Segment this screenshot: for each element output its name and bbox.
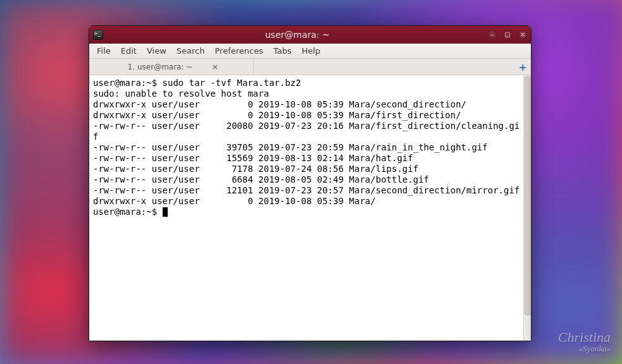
menubar: File Edit View Search Preferences Tabs H… [89, 44, 531, 59]
terminal-window: user@mara: ~ – ◻ × File Edit View Search… [89, 25, 532, 341]
maximize-button[interactable]: ◻ [503, 30, 512, 39]
scrollbar-thumb[interactable] [525, 76, 530, 315]
tab-1[interactable]: 1. user@mara: ~ × [89, 59, 254, 75]
terminal-area-wrap: user@mara:~$ sudo tar -tvf Mara.tar.bz2 … [89, 75, 531, 341]
tabbar: 1. user@mara: ~ × + [89, 59, 531, 75]
new-tab-button[interactable]: + [519, 61, 527, 73]
menu-tabs[interactable]: Tabs [268, 44, 297, 58]
output-line: sudo: unable to resolve host mara [93, 88, 269, 99]
watermark: Christina «Syanka» [558, 331, 611, 353]
output-line: drwxrwxr-x user/user 0 2019-10-08 05:39 … [93, 99, 466, 109]
window-controls: – ◻ × [488, 30, 527, 39]
command-1: sudo tar -tvf Mara.tar.bz2 [163, 78, 301, 88]
output-line: -rw-rw-r-- user/user 6684 2019-08-05 02:… [93, 174, 429, 185]
output-line: -rw-rw-r-- user/user 7178 2019-07-24 08:… [93, 164, 418, 174]
output-line: -rw-rw-r-- user/user 15569 2019-08-13 02… [93, 153, 413, 163]
watermark-line1: Christina [558, 329, 611, 345]
menu-preferences[interactable]: Preferences [209, 44, 268, 58]
tab-close-icon[interactable]: × [211, 62, 218, 71]
output-line: -rw-rw-r-- user/user 12101 2019-07-23 20… [93, 185, 519, 195]
output-line: -rw-rw-r-- user/user 20080 2019-07-23 20… [93, 121, 519, 131]
cursor [163, 207, 168, 217]
menu-file[interactable]: File [92, 44, 116, 58]
terminal-area[interactable]: user@mara:~$ sudo tar -tvf Mara.tar.bz2 … [89, 75, 523, 341]
prompt-1-user: user@mara [93, 78, 141, 88]
titlebar[interactable]: user@mara: ~ – ◻ × [89, 26, 531, 44]
menu-edit[interactable]: Edit [116, 44, 142, 58]
terminal-icon [93, 30, 103, 40]
close-button[interactable]: × [518, 30, 527, 39]
prompt-2-path: :~$ [141, 207, 163, 217]
prompt-1-path: :~$ [141, 78, 163, 88]
minimize-button[interactable]: – [488, 30, 497, 39]
menu-search[interactable]: Search [171, 44, 210, 58]
output-line: -rw-rw-r-- user/user 39705 2019-07-23 20… [93, 142, 488, 152]
output-line: drwxrwxr-x user/user 0 2019-10-08 05:39 … [93, 110, 461, 120]
scrollbar[interactable] [523, 75, 531, 341]
output-line: f [93, 131, 98, 142]
menu-view[interactable]: View [142, 44, 171, 58]
prompt-2-user: user@mara [93, 207, 141, 217]
output-line: drwxrwxr-x user/user 0 2019-10-08 05:39 … [93, 196, 376, 206]
menu-help[interactable]: Help [297, 44, 326, 58]
window-title: user@mara: ~ [107, 30, 488, 40]
watermark-line2: «Syanka» [558, 344, 611, 353]
tab-label: 1. user@mara: ~ [128, 63, 193, 71]
